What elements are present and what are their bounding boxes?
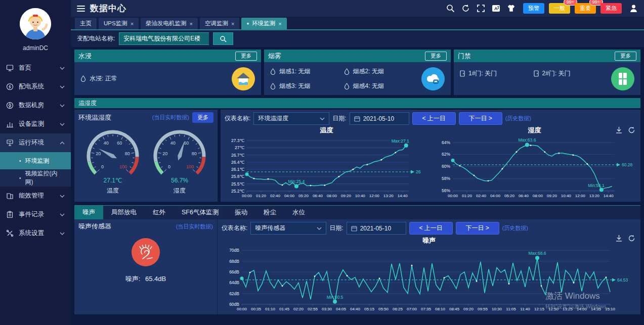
- sidebar-item-label: 首页: [19, 64, 60, 72]
- svg-text:40: 40: [103, 141, 108, 146]
- avatar[interactable]: [20, 8, 51, 39]
- station-name-input[interactable]: [119, 32, 209, 45]
- sidebar-item-3[interactable]: 设备监测: [0, 115, 71, 133]
- svg-text:64.53: 64.53: [617, 277, 628, 283]
- sidebar-subitem-4-0[interactable]: •环境监测: [0, 152, 71, 169]
- svg-text:25.2℃: 25.2℃: [231, 189, 245, 194]
- svg-text:Max:63.6: Max:63.6: [518, 137, 536, 143]
- sensor-tab-4[interactable]: 振动: [227, 206, 255, 219]
- svg-text:00:00: 00:00: [237, 307, 247, 311]
- noise-chart: 70dB68dB66dB64dB62dB60dB00:0000:3501:100…: [222, 244, 631, 312]
- sidebar-item-6[interactable]: 事件记录: [0, 205, 71, 224]
- humidity-chart-block: 湿度 64%62%60%58%56%00:0001:2002:4004:0005…: [433, 126, 636, 201]
- chevron-down-icon: [317, 227, 322, 230]
- tab-2[interactable]: 柴油发电机监测×: [141, 18, 198, 29]
- smoke-panel-title: 烟雾: [268, 52, 281, 61]
- svg-text:14:40: 14:40: [398, 194, 408, 198]
- refresh-chart-icon[interactable]: [628, 235, 635, 242]
- content: 水浸 更多 水浸: 正常 烟雾 更多: [71, 47, 644, 325]
- svg-text:02:20: 02:20: [293, 307, 304, 311]
- tab-close-icon[interactable]: ×: [231, 21, 234, 27]
- refresh-icon[interactable]: [461, 4, 470, 13]
- door-panel: 门禁 更多 1#门: 关门2#门: 关门: [454, 50, 640, 95]
- noise-meter-select[interactable]: 噪声传感器: [250, 222, 326, 235]
- noise-next-day-button[interactable]: 下一日 >: [456, 222, 499, 235]
- sidebar-subitem-4-1[interactable]: •视频监控(内网): [0, 169, 71, 187]
- svg-text:25.5℃: 25.5℃: [231, 181, 245, 187]
- svg-text:20: 20: [96, 151, 101, 156]
- sidebar-item-7[interactable]: 系统设置: [0, 224, 71, 243]
- sensor-tab-1[interactable]: 局部放电: [103, 206, 145, 219]
- tab-close-icon[interactable]: ×: [131, 21, 134, 27]
- sidebar-item-label: 设备监测: [19, 120, 60, 128]
- sensor-tab-2[interactable]: 红外: [145, 206, 174, 219]
- tab-3[interactable]: 空调监测×: [200, 18, 239, 29]
- tab-4[interactable]: ●环境监测×: [241, 18, 286, 29]
- sensor-tab-0[interactable]: 噪声: [74, 206, 103, 219]
- noise-prev-day-button[interactable]: < 上一日: [409, 222, 453, 235]
- svg-text:A: A: [494, 6, 498, 11]
- translate-icon[interactable]: A: [492, 4, 500, 13]
- gauge-more-button[interactable]: 更多: [192, 112, 213, 123]
- alarm-badge-3[interactable]: 紧急: [600, 3, 622, 14]
- svg-text:12:50: 12:50: [548, 307, 559, 311]
- sidebar-item-5[interactable]: 能效管理: [0, 187, 71, 205]
- svg-text:03:30: 03:30: [322, 307, 332, 311]
- history-data-link[interactable]: (历史数据): [505, 115, 531, 122]
- next-day-button[interactable]: 下一日 >: [459, 112, 502, 125]
- station-search-button[interactable]: [213, 32, 233, 45]
- alarm-badge-2[interactable]: 重要99+: [575, 3, 596, 14]
- svg-text:00:35: 00:35: [251, 307, 262, 311]
- smoke-more-button[interactable]: 更多: [425, 52, 447, 61]
- sidebar-item-0[interactable]: 首页: [0, 59, 71, 77]
- sensor-tab-3[interactable]: SF6气体监测: [174, 206, 227, 219]
- gauge-panel-title: 环境温湿度: [78, 113, 111, 122]
- active-dot-icon: ●: [246, 21, 249, 26]
- user-icon[interactable]: [629, 4, 638, 13]
- meter-select[interactable]: 环境温湿度: [253, 112, 329, 125]
- avatar-image: [20, 8, 51, 39]
- water-more-button[interactable]: 更多: [235, 52, 257, 61]
- device-icon: [6, 120, 14, 128]
- refresh-chart-icon[interactable]: [628, 126, 635, 134]
- tab-close-icon[interactable]: ×: [278, 21, 281, 27]
- sidebar-item-1[interactable]: 配电系统: [0, 77, 71, 96]
- alarm-badge-0[interactable]: 预警: [523, 3, 544, 14]
- svg-text:06:25: 06:25: [393, 307, 403, 311]
- tab-0[interactable]: 主页: [75, 18, 97, 29]
- meter-name-label: 仪表名称:: [222, 224, 247, 233]
- tab-1[interactable]: UPS监测×: [99, 18, 139, 29]
- door-more-button[interactable]: 更多: [615, 52, 636, 61]
- theme-skin-icon[interactable]: [507, 4, 516, 13]
- svg-text:64%: 64%: [442, 140, 450, 145]
- svg-text:100: 100: [119, 164, 126, 169]
- chevron-down-icon: [320, 117, 325, 120]
- download-icon[interactable]: [615, 235, 623, 242]
- svg-text:04:40: 04:40: [350, 307, 361, 311]
- noise-history-link[interactable]: (历史数据): [502, 224, 528, 232]
- search-icon[interactable]: [446, 4, 455, 13]
- date-picker[interactable]: 2021-05-10: [350, 112, 409, 125]
- sidebar-item-label: 系统设置: [19, 229, 60, 238]
- svg-text:20: 20: [162, 151, 167, 156]
- sidebar-item-4[interactable]: 运行环境: [0, 133, 71, 152]
- tab-close-icon[interactable]: ×: [190, 21, 193, 27]
- prev-day-button[interactable]: < 上一日: [412, 112, 456, 125]
- fullscreen-icon[interactable]: [477, 4, 485, 13]
- noise-date-picker[interactable]: 2021-05-10: [347, 222, 406, 235]
- noise-realtime-link[interactable]: (当日实时数据): [176, 223, 213, 230]
- humidity-chart: 64%62%60%58%56%00:0001:2002:4004:0005:20…: [433, 134, 635, 199]
- sensor-tab-5[interactable]: 粉尘: [255, 206, 284, 219]
- realtime-data-link[interactable]: (当日实时数据): [152, 114, 189, 121]
- menu-toggle-icon[interactable]: [77, 6, 85, 12]
- svg-text:06:40: 06:40: [519, 194, 529, 198]
- download-icon[interactable]: [615, 126, 623, 134]
- topbar-actions: A 预警一般99+重要99+紧急: [446, 3, 638, 14]
- home-icon: [6, 64, 14, 72]
- alarm-badge-1[interactable]: 一般99+: [549, 3, 570, 14]
- sidebar-item-2[interactable]: 数据机房: [0, 96, 71, 115]
- chevron-down-icon: [60, 232, 65, 235]
- sensor-tab-6[interactable]: 水位: [284, 206, 313, 219]
- tab-label: 空调监测: [205, 20, 228, 27]
- smoke-cloud-icon: [421, 67, 445, 90]
